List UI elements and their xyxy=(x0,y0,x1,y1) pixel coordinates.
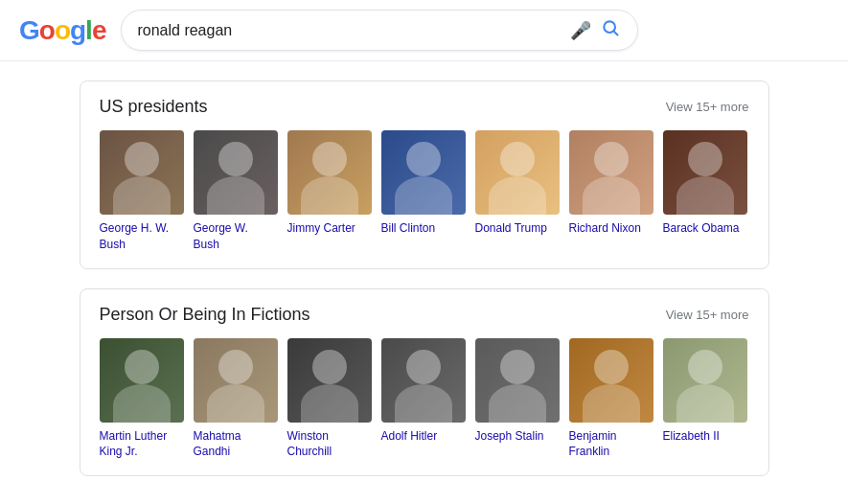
person-silhouette xyxy=(663,338,747,423)
avatar xyxy=(475,130,560,215)
card-title-person-fictions: Person Or Being In Fictions xyxy=(100,305,310,325)
logo-l: l xyxy=(85,15,92,45)
person-grid-us-presidents: George H. W. BushGeorge W. BushJimmy Car… xyxy=(100,130,749,253)
search-input[interactable] xyxy=(137,22,562,39)
person-silhouette xyxy=(475,338,560,423)
person-name-label: Joseph Stalin xyxy=(475,428,544,445)
person-name-label: Elizabeth II xyxy=(663,428,720,445)
list-item[interactable]: Elizabeth II xyxy=(663,338,747,461)
person-name-label: Adolf Hitler xyxy=(381,428,438,445)
svg-line-1 xyxy=(614,32,618,35)
search-button[interactable] xyxy=(599,18,622,42)
person-silhouette xyxy=(287,338,372,423)
avatar xyxy=(475,338,560,423)
person-silhouette xyxy=(381,338,466,423)
person-name-label: Barack Obama xyxy=(663,220,740,237)
avatar xyxy=(194,130,278,215)
list-item[interactable]: Bill Clinton xyxy=(381,130,466,253)
person-name-label: Richard Nixon xyxy=(569,220,641,237)
person-silhouette xyxy=(287,130,372,215)
person-name-label: Winston Churchill xyxy=(287,428,372,461)
list-item[interactable]: Winston Churchill xyxy=(287,338,372,461)
person-silhouette xyxy=(194,338,278,423)
view-more-us-presidents[interactable]: View 15+ more xyxy=(666,100,749,114)
person-name-label: George W. Bush xyxy=(194,220,278,253)
list-item[interactable]: Joseph Stalin xyxy=(475,338,560,461)
avatar xyxy=(100,338,184,423)
avatar xyxy=(381,130,466,215)
card-person-fictions: Person Or Being In FictionsView 15+ more… xyxy=(80,288,769,477)
card-header-us-presidents: US presidentsView 15+ more xyxy=(100,97,749,117)
microphone-icon[interactable]: 🎤 xyxy=(570,20,591,41)
avatar xyxy=(569,130,653,215)
avatar xyxy=(569,338,653,423)
list-item[interactable]: George W. Bush xyxy=(194,130,278,253)
header: Google 🎤 xyxy=(0,0,848,61)
logo-g: G xyxy=(19,15,39,45)
avatar xyxy=(663,338,747,423)
logo-o1: o xyxy=(39,15,55,45)
search-bar: 🎤 xyxy=(121,10,638,51)
avatar xyxy=(287,130,372,215)
person-silhouette xyxy=(569,130,653,215)
logo-g2: g xyxy=(70,15,85,45)
main-content: US presidentsView 15+ moreGeorge H. W. B… xyxy=(60,80,789,476)
person-silhouette xyxy=(663,130,747,215)
list-item[interactable]: Benjamin Franklin xyxy=(569,338,653,461)
card-us-presidents: US presidentsView 15+ moreGeorge H. W. B… xyxy=(80,80,769,269)
person-silhouette xyxy=(475,130,560,215)
person-name-label: Donald Trump xyxy=(475,220,547,237)
list-item[interactable]: Richard Nixon xyxy=(569,130,653,253)
person-name-label: Bill Clinton xyxy=(381,220,436,237)
avatar xyxy=(100,130,184,215)
avatar xyxy=(381,338,466,423)
person-name-label: Martin Luther King Jr. xyxy=(100,428,184,461)
person-name-label: Benjamin Franklin xyxy=(569,428,653,461)
card-title-us-presidents: US presidents xyxy=(100,97,208,117)
person-name-label: Mahatma Gandhi xyxy=(194,428,278,461)
list-item[interactable]: Donald Trump xyxy=(475,130,560,253)
logo-e: e xyxy=(92,15,106,45)
list-item[interactable]: Jimmy Carter xyxy=(287,130,372,253)
person-name-label: George H. W. Bush xyxy=(100,220,184,253)
person-silhouette xyxy=(381,130,466,215)
avatar xyxy=(663,130,747,215)
avatar xyxy=(194,338,278,423)
avatar xyxy=(287,338,372,423)
person-silhouette xyxy=(100,130,184,215)
list-item[interactable]: Martin Luther King Jr. xyxy=(100,338,184,461)
list-item[interactable]: Adolf Hitler xyxy=(381,338,466,461)
list-item[interactable]: George H. W. Bush xyxy=(100,130,184,253)
person-silhouette xyxy=(569,338,653,423)
view-more-person-fictions[interactable]: View 15+ more xyxy=(666,308,749,322)
card-header-person-fictions: Person Or Being In FictionsView 15+ more xyxy=(100,305,749,325)
list-item[interactable]: Mahatma Gandhi xyxy=(194,338,278,461)
logo-o2: o xyxy=(55,15,70,45)
person-grid-person-fictions: Martin Luther King Jr.Mahatma GandhiWins… xyxy=(100,338,749,461)
list-item[interactable]: Barack Obama xyxy=(663,130,747,253)
person-name-label: Jimmy Carter xyxy=(287,220,355,237)
person-silhouette xyxy=(100,338,184,423)
person-silhouette xyxy=(194,130,278,215)
google-logo: Google xyxy=(19,15,105,46)
